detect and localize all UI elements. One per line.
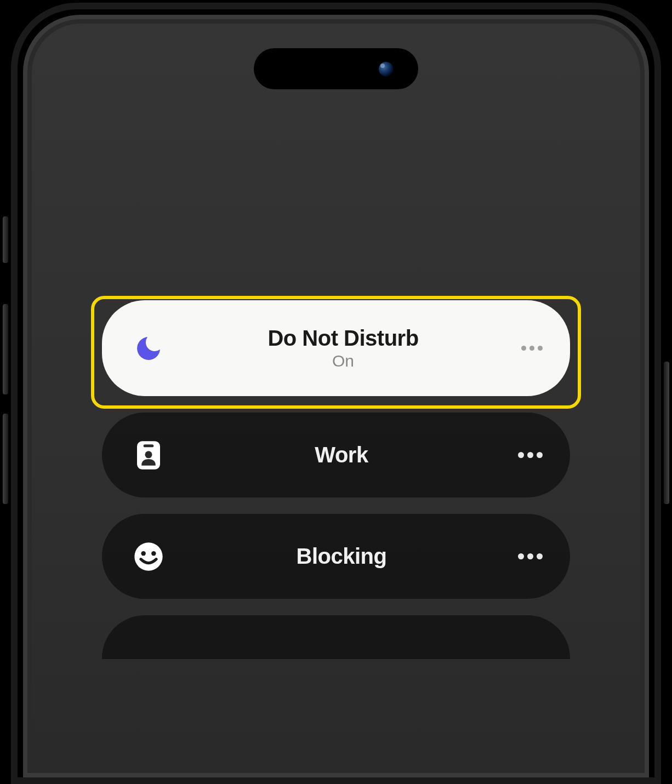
focus-card-work[interactable]: Work — [102, 413, 570, 497]
ellipsis-icon — [529, 346, 534, 351]
volume-down-button — [3, 414, 8, 504]
svg-point-3 — [134, 542, 162, 570]
ellipsis-icon — [538, 346, 543, 351]
more-options-button[interactable] — [521, 346, 543, 351]
focus-card-do-not-disturb[interactable]: Do Not Disturb On — [102, 300, 570, 396]
focus-text-group: Do Not Disturb On — [165, 326, 521, 370]
ellipsis-icon — [527, 452, 533, 458]
focus-card-partial[interactable] — [102, 615, 570, 659]
focus-text-group: Blocking — [165, 544, 518, 569]
svg-rect-1 — [144, 444, 154, 447]
dynamic-island — [254, 48, 418, 89]
focus-text-group: Work — [165, 443, 518, 467]
svg-point-4 — [141, 551, 145, 555]
ellipsis-icon — [518, 452, 524, 458]
phone-screen: Do Not Disturb On — [32, 24, 640, 773]
more-options-button[interactable] — [518, 553, 543, 559]
ellipsis-icon — [537, 452, 543, 458]
volume-up-button — [3, 304, 8, 394]
mute-switch — [3, 216, 8, 263]
badge-icon — [132, 439, 165, 472]
focus-title: Work — [315, 443, 368, 467]
smile-icon — [132, 540, 165, 573]
focus-title: Do Not Disturb — [267, 326, 418, 351]
front-camera — [378, 61, 394, 77]
moon-icon — [132, 332, 165, 365]
svg-point-2 — [145, 451, 152, 458]
ellipsis-icon — [537, 553, 543, 559]
ellipsis-icon — [521, 346, 526, 351]
focus-subtitle: On — [332, 352, 354, 370]
focus-modes-list: Do Not Disturb On — [102, 300, 570, 659]
focus-card-blocking[interactable]: Blocking — [102, 514, 570, 599]
ellipsis-icon — [527, 553, 533, 559]
phone-frame-inner: Do Not Disturb On — [23, 15, 649, 777]
ellipsis-icon — [518, 553, 524, 559]
focus-title: Blocking — [297, 544, 387, 569]
power-button — [664, 362, 669, 504]
more-options-button[interactable] — [518, 452, 543, 458]
phone-frame: Do Not Disturb On — [11, 3, 661, 784]
svg-point-5 — [151, 551, 156, 555]
